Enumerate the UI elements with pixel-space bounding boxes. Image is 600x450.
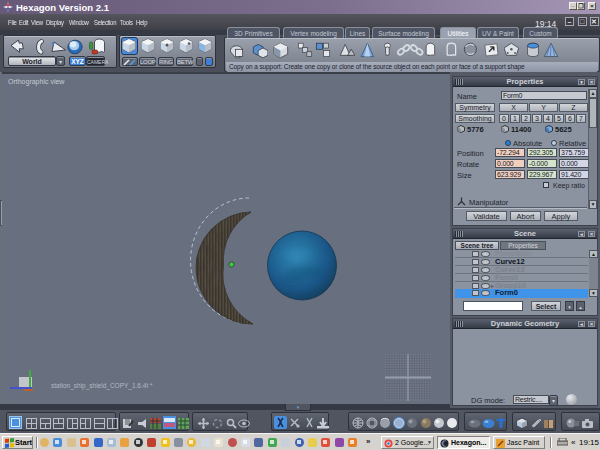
svg-text:station_ship_shield_COPY_1.6.4: station_ship_shield_COPY_1.6.4t *	[51, 382, 153, 390]
